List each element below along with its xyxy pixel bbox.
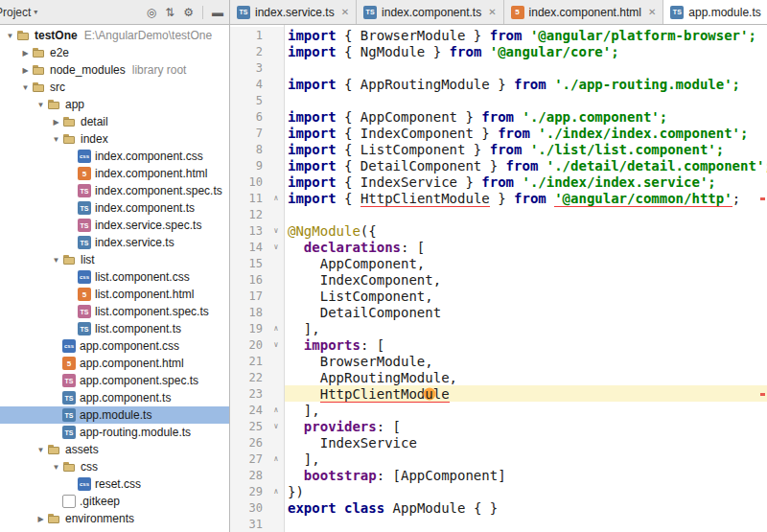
tree-item-index-component-ts[interactable]: TSindex.component.ts [0, 199, 229, 217]
tree-item-e2e[interactable]: ▶e2e [0, 44, 229, 61]
locate-file-icon[interactable]: ◎ [147, 6, 156, 19]
collapse-all-icon[interactable]: ⇅ [165, 6, 174, 19]
line-number[interactable]: 27 [238, 452, 268, 466]
line-number[interactable]: 9 [238, 159, 268, 173]
tree-item-gitkeep[interactable]: .gitkeep [0, 493, 229, 510]
code-line[interactable]: 1import { BrowserModule } from '@angular… [230, 27, 767, 43]
expand-arrow-icon[interactable]: ▼ [19, 83, 32, 92]
tree-item-index-component-spec-ts[interactable]: TSindex.component.spec.ts [0, 182, 229, 199]
line-number[interactable]: 30 [238, 501, 268, 515]
tree-item-list-component-css[interactable]: csslist.component.css [0, 268, 229, 286]
code-line[interactable]: 12 [230, 206, 767, 222]
line-number[interactable]: 21 [238, 355, 268, 368]
expand-arrow-icon[interactable]: ▶ [50, 118, 62, 127]
line-number[interactable]: 13 [238, 224, 268, 238]
tab-index-component-ts[interactable]: TSindex.component.ts✕ [357, 0, 503, 24]
code-line[interactable]: 4import { AppRoutingModule } from './app… [230, 76, 767, 92]
close-icon[interactable]: ✕ [488, 7, 496, 17]
code-line[interactable]: 27∧ ], [230, 451, 767, 467]
line-number[interactable]: 7 [238, 127, 268, 140]
tree-item-list-component-ts[interactable]: TSlist.component.ts [0, 320, 229, 337]
line-number[interactable]: 5 [238, 94, 268, 107]
line-number[interactable]: 12 [238, 208, 268, 221]
expand-arrow-icon[interactable]: ▼ [4, 32, 16, 40]
error-stripe-mark[interactable] [760, 197, 765, 200]
fold-marker-icon[interactable]: ∧ [268, 487, 284, 496]
line-number[interactable]: 31 [238, 518, 268, 531]
expand-arrow-icon[interactable]: ▶ [19, 49, 32, 58]
line-number[interactable]: 17 [238, 289, 268, 303]
code-line[interactable]: 17 ListComponent, [230, 288, 767, 304]
expand-arrow-icon[interactable]: ▼ [35, 446, 47, 454]
line-number[interactable]: 10 [238, 175, 268, 189]
line-number[interactable]: 14 [238, 241, 268, 254]
code-line[interactable]: 6import { AppComponent } from './app.com… [230, 108, 767, 125]
tree-item-app-routing-module-ts[interactable]: TSapp-routing.module.ts [0, 424, 229, 441]
code-line[interactable]: 24∧ ], [230, 402, 767, 418]
tree-item-app-module-ts[interactable]: TSapp.module.ts [0, 406, 229, 424]
code-line[interactable]: 15 AppComponent, [230, 255, 767, 271]
code-line[interactable]: 23 HttpClientModule [230, 385, 767, 402]
fold-marker-icon[interactable]: ∨ [268, 243, 284, 251]
line-number[interactable]: 6 [238, 110, 268, 124]
line-number[interactable]: 15 [238, 257, 268, 270]
settings-gear-icon[interactable]: ⚙ [183, 6, 194, 19]
line-number[interactable]: 25 [238, 420, 268, 433]
code-line[interactable]: 21 BrowserModule, [230, 353, 767, 369]
tree-item-assets[interactable]: ▼assets [0, 441, 229, 458]
tree-item-index-service-spec-ts[interactable]: TSindex.service.spec.ts [0, 217, 229, 234]
fold-marker-icon[interactable]: ∧ [268, 454, 284, 463]
code-line[interactable]: 10import { IndexService } from './index/… [230, 173, 767, 190]
code-line[interactable]: 28 bootstrap: [AppComponent] [230, 467, 767, 483]
line-number[interactable]: 24 [238, 404, 268, 417]
expand-arrow-icon[interactable]: ▶ [19, 66, 32, 75]
fold-marker-icon[interactable]: ∧ [268, 405, 284, 414]
tree-item-app-component-html[interactable]: 5app.component.html [0, 355, 229, 372]
tree-item-reset-css[interactable]: cssreset.css [0, 475, 229, 493]
tree-item-src[interactable]: ▼src [0, 79, 229, 96]
line-number[interactable]: 3 [238, 61, 268, 75]
expand-arrow-icon[interactable]: ▼ [50, 256, 62, 265]
project-tree[interactable]: ▼testOneE:\AngularDemo\testOne▶e2e▶node_… [0, 25, 230, 532]
code-line[interactable]: 25∨ providers: [ [230, 418, 767, 434]
line-number[interactable]: 26 [238, 436, 268, 450]
close-icon[interactable]: ✕ [341, 7, 349, 17]
fold-marker-icon[interactable]: ∧ [268, 194, 284, 202]
tree-item-app[interactable]: ▼app [0, 96, 229, 113]
tree-item-environments[interactable]: ▶environments [0, 510, 229, 527]
tab-index-service-ts[interactable]: TSindex.service.ts✕ [230, 0, 357, 24]
tree-item-css[interactable]: ▼css [0, 458, 229, 475]
line-number[interactable]: 23 [238, 387, 268, 401]
tree-item-detail[interactable]: ▶detail [0, 113, 229, 130]
tree-item-index[interactable]: ▼index [0, 130, 229, 148]
code-line[interactable]: 7import { IndexComponent } from './index… [230, 125, 767, 141]
hide-panel-icon[interactable]: ▬ [212, 6, 223, 19]
line-number[interactable]: 4 [238, 78, 268, 91]
line-number[interactable]: 8 [238, 143, 268, 156]
code-line[interactable]: 14∨ declarations: [ [230, 239, 767, 255]
code-line[interactable]: 2import { NgModule } from '@angular/core… [230, 43, 767, 59]
tab-app-module-ts[interactable]: TSapp.module.ts✕ [663, 0, 767, 25]
line-number[interactable]: 1 [238, 29, 268, 42]
tab-index-component-html[interactable]: 5index.component.html✕ [504, 0, 664, 24]
fold-marker-icon[interactable]: ∨ [268, 422, 284, 430]
line-number[interactable]: 16 [238, 273, 268, 287]
code-line[interactable]: 16 IndexComponent, [230, 271, 767, 288]
code-editor[interactable]: 1import { BrowserModule } from '@angular… [230, 25, 767, 532]
line-number[interactable]: 18 [238, 306, 268, 319]
line-number[interactable]: 28 [238, 469, 268, 482]
tree-item-list-component-spec-ts[interactable]: TSlist.component.spec.ts [0, 303, 229, 320]
close-icon[interactable]: ✕ [648, 7, 656, 17]
code-line[interactable]: 18 DetailComponent [230, 304, 767, 320]
code-line[interactable]: 3 [230, 59, 767, 76]
code-line[interactable]: 20∨ imports: [ [230, 336, 767, 353]
tree-item-list-component-html[interactable]: 5list.component.html [0, 286, 229, 303]
code-line[interactable]: 31 [230, 516, 767, 532]
tree-item-app-component-ts[interactable]: TSapp.component.ts [0, 389, 229, 406]
code-line[interactable]: 9import { DetailComponent } from './deta… [230, 157, 767, 173]
code-line[interactable]: 22 AppRoutingModule, [230, 369, 767, 385]
code-line[interactable]: 13∨@NgModule({ [230, 222, 767, 239]
line-number[interactable]: 11 [238, 192, 268, 205]
line-number[interactable]: 2 [238, 45, 268, 58]
code-line[interactable]: 11∧import { HttpClientModule } from '@an… [230, 190, 767, 206]
